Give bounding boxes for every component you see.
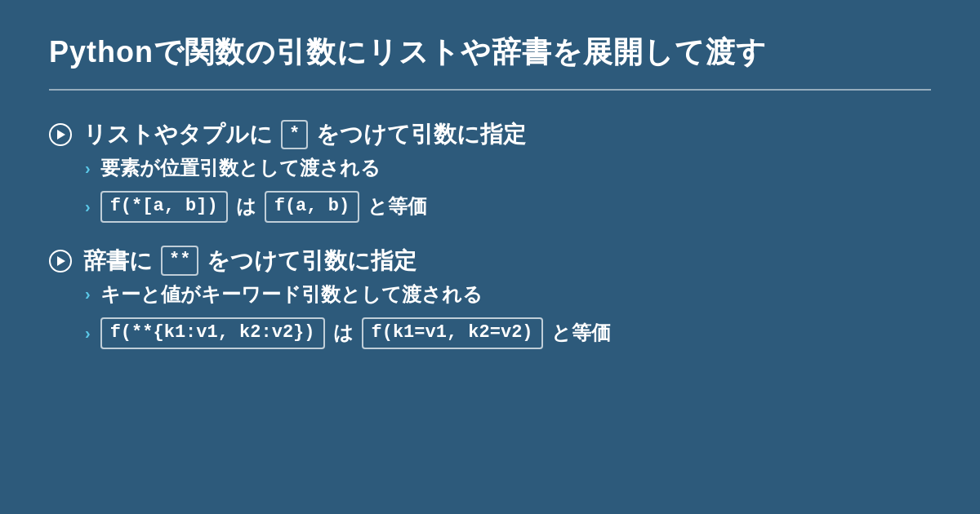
dict-section-icon: [49, 250, 72, 273]
list-main-item: リストやタプルに * をつけて引数に指定: [49, 119, 931, 150]
dict-text-before: 辞書に: [83, 246, 153, 277]
list-section: リストやタプルに * をつけて引数に指定 › 要素が位置引数として渡される › …: [49, 119, 931, 223]
sub-arrow-1: ›: [85, 159, 91, 178]
sub-arrow-4: ›: [85, 324, 91, 343]
list-sub-item-1: › 要素が位置引数として渡される: [85, 155, 931, 181]
list-text-before: リストやタプルに: [83, 119, 273, 150]
sub-arrow-2: ›: [85, 197, 91, 216]
list-is-text: は: [236, 193, 256, 219]
content-area: リストやタプルに * をつけて引数に指定 › 要素が位置引数として渡される › …: [49, 119, 931, 349]
list-text-after: をつけて引数に指定: [316, 119, 526, 150]
dict-equiv-text: と等価: [551, 320, 611, 346]
list-section-icon: [49, 123, 72, 146]
dict-sub-text-2: f(**{k1:v1, k2:v2}) は f(k1=v1, k2=v2) と等…: [100, 317, 611, 349]
dict-sub-text-1: キーと値がキーワード引数として渡される: [100, 281, 483, 308]
dict-sub-items: › キーと値がキーワード引数として渡される › f(**{k1:v1, k2:v…: [85, 281, 931, 349]
dict-main-text: 辞書に ** をつけて引数に指定: [83, 246, 416, 277]
list-sub-text-1: 要素が位置引数として渡される: [100, 155, 381, 181]
list-star-code: *: [281, 120, 308, 150]
list-sub-items: › 要素が位置引数として渡される › f(*[a, b]) は f(a, b) …: [85, 155, 931, 223]
list-main-text: リストやタプルに * をつけて引数に指定: [83, 119, 526, 150]
dict-code-2: f(k1=v1, k2=v2): [362, 317, 543, 349]
list-code-1: f(*[a, b]): [100, 191, 228, 223]
dict-sub-item-2: › f(**{k1:v1, k2:v2}) は f(k1=v1, k2=v2) …: [85, 317, 931, 349]
list-equiv-text: と等価: [368, 193, 427, 219]
list-code-2: f(a, b): [265, 191, 359, 223]
list-sub-text-2: f(*[a, b]) は f(a, b) と等価: [100, 191, 427, 223]
sub-arrow-3: ›: [85, 285, 91, 304]
dict-sub-item-1: › キーと値がキーワード引数として渡される: [85, 281, 931, 308]
dict-is-text: は: [333, 320, 354, 346]
dict-section: 辞書に ** をつけて引数に指定 › キーと値がキーワード引数として渡される ›…: [49, 246, 931, 349]
dict-star-code: **: [161, 246, 198, 276]
main-container: Pythonで関数の引数にリストや辞書を展開して渡す リストやタプルに * をつ…: [0, 0, 980, 514]
dict-code-1: f(**{k1:v1, k2:v2}): [100, 317, 325, 349]
dict-main-item: 辞書に ** をつけて引数に指定: [49, 246, 931, 277]
list-sub-item-2: › f(*[a, b]) は f(a, b) と等価: [85, 191, 931, 223]
page-title: Pythonで関数の引数にリストや辞書を展開して渡す: [49, 33, 931, 91]
dict-text-after: をつけて引数に指定: [207, 246, 416, 277]
